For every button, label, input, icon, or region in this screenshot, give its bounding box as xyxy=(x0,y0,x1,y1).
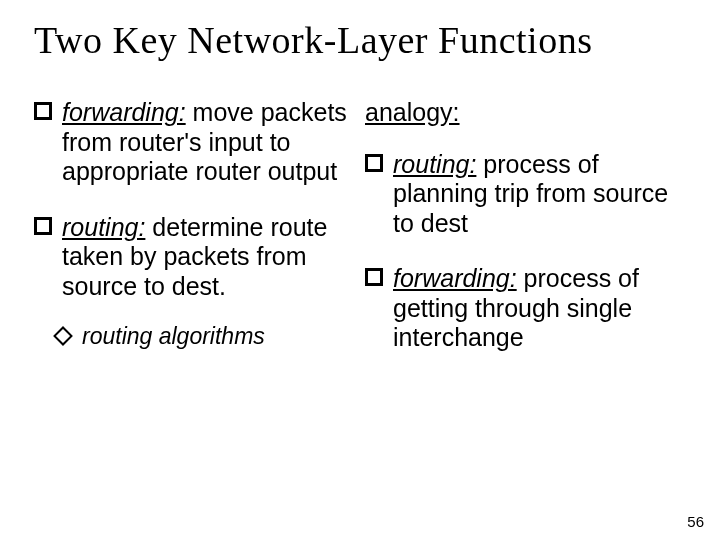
content-columns: forwarding: move packets from router's i… xyxy=(34,98,686,379)
slide: Two Key Network-Layer Functions forwardi… xyxy=(0,0,720,540)
square-bullet-icon xyxy=(365,154,383,172)
diamond-bullet-icon xyxy=(53,326,73,346)
keyword-routing: routing: xyxy=(62,213,145,241)
page-number: 56 xyxy=(687,513,704,530)
analogy-heading: analogy: xyxy=(365,98,686,128)
slide-title: Two Key Network-Layer Functions xyxy=(34,18,686,62)
bullet-analogy-routing: routing: process of planning trip from s… xyxy=(365,150,686,239)
sub-bullet-algorithms: routing algorithms xyxy=(56,323,355,350)
right-column: analogy: routing: process of planning tr… xyxy=(365,98,686,379)
square-bullet-icon xyxy=(34,102,52,120)
bullet-text: forwarding: process of getting through s… xyxy=(393,264,686,353)
bullet-forwarding: forwarding: move packets from router's i… xyxy=(34,98,355,187)
square-bullet-icon xyxy=(34,217,52,235)
square-bullet-icon xyxy=(365,268,383,286)
keyword-forwarding: forwarding: xyxy=(62,98,186,126)
bullet-text: routing: determine route taken by packet… xyxy=(62,213,355,302)
keyword-forwarding: forwarding: xyxy=(393,264,517,292)
bullet-analogy-forwarding: forwarding: process of getting through s… xyxy=(365,264,686,353)
keyword-routing: routing: xyxy=(393,150,476,178)
bullet-text: forwarding: move packets from router's i… xyxy=(62,98,355,187)
left-column: forwarding: move packets from router's i… xyxy=(34,98,355,379)
bullet-text: routing: process of planning trip from s… xyxy=(393,150,686,239)
bullet-routing: routing: determine route taken by packet… xyxy=(34,213,355,302)
sub-bullet-text: routing algorithms xyxy=(82,323,265,350)
